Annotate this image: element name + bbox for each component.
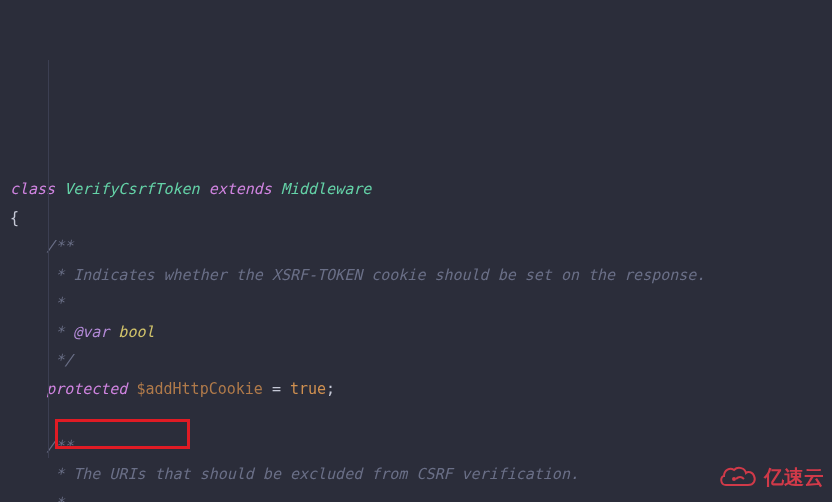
- docblock-at-var: @var: [73, 323, 109, 341]
- docblock-type: bool: [109, 323, 154, 341]
- docblock-open: /**: [46, 437, 73, 455]
- parent-class: Middleware: [281, 180, 371, 198]
- docblock-blank: *: [46, 494, 64, 503]
- code-block: class VerifyCsrfToken extends Middleware…: [10, 175, 822, 502]
- keyword-extends: extends: [209, 180, 272, 198]
- class-name: VerifyCsrfToken: [64, 180, 199, 198]
- docblock-close: */: [46, 351, 73, 369]
- watermark: 亿速云: [718, 458, 824, 496]
- brace-open: {: [10, 209, 19, 227]
- docblock-tag-prefix: *: [46, 323, 73, 341]
- docblock-line: * Indicates whether the XSRF-TOKEN cooki…: [46, 266, 705, 284]
- variable-addhttpcookie: $addHttpCookie: [136, 380, 262, 398]
- operator-assign: =: [263, 380, 290, 398]
- semicolon: ;: [326, 380, 335, 398]
- cloud-icon: [718, 463, 758, 491]
- svg-point-0: [732, 477, 736, 481]
- watermark-text: 亿速云: [764, 458, 824, 496]
- modifier-protected: protected: [46, 380, 127, 398]
- boolean-true: true: [290, 380, 326, 398]
- docblock-line: * The URIs that should be excluded from …: [46, 465, 579, 483]
- docblock-open: /**: [46, 237, 73, 255]
